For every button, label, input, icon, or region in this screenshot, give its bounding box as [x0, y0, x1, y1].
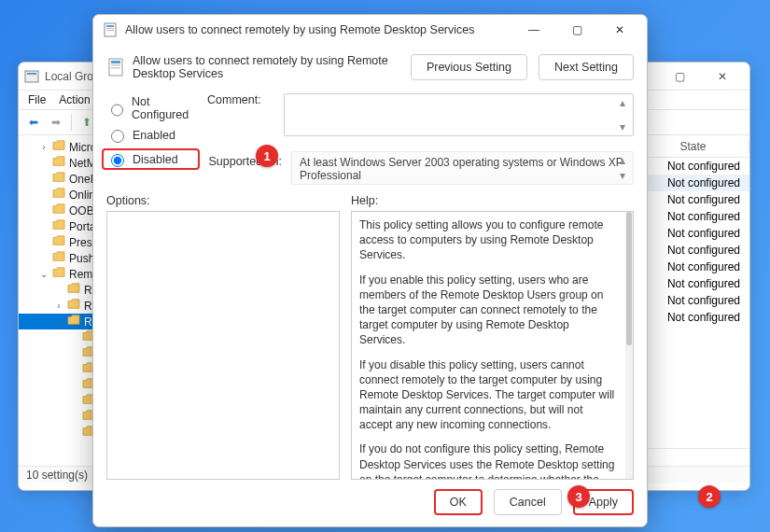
supported-scroll-icon: ▴▾	[620, 154, 629, 182]
comment-scroll-icon: ▴▾	[620, 96, 629, 133]
tree-twisty-icon[interactable]: ⌄	[54, 316, 63, 327]
dialog-minimize-button[interactable]: —	[512, 15, 555, 45]
options-label: Options:	[106, 194, 340, 207]
policy-icon	[103, 22, 118, 37]
annotation-badge-1: 1	[256, 145, 278, 167]
radio-disabled[interactable]: Disabled	[102, 148, 200, 170]
comment-textarea[interactable]: ▴▾	[284, 93, 634, 136]
setting-state-value: Not configured	[667, 311, 740, 324]
setting-state-value: Not configured	[667, 160, 740, 173]
folder-icon	[67, 283, 80, 297]
dialog-titlebar: Allow users to connect remotely by using…	[93, 15, 647, 45]
ok-button[interactable]: OK	[434, 489, 483, 515]
menu-file[interactable]: File	[28, 93, 46, 106]
folder-icon	[52, 203, 65, 217]
supported-on-value: At least Windows Server 2003 operating s…	[291, 151, 634, 185]
dialog-maximize-button[interactable]: ▢	[555, 15, 598, 45]
next-setting-button[interactable]: Next Setting	[539, 54, 634, 80]
tree-twisty-icon[interactable]: ⌄	[39, 269, 49, 279]
setting-state-value: Not configured	[667, 260, 740, 273]
radio-disabled-input[interactable]	[111, 154, 124, 167]
help-label: Help:	[351, 194, 634, 207]
bg-close-button[interactable]: ✕	[701, 63, 744, 91]
comment-label: Comment:	[207, 93, 273, 106]
svg-rect-8	[111, 64, 120, 66]
folder-icon	[52, 140, 65, 154]
setting-state-value: Not configured	[667, 193, 740, 206]
help-paragraph: This policy setting allows you to config…	[359, 217, 616, 263]
col-state[interactable]: State	[637, 140, 749, 153]
forward-icon[interactable]: ➡	[47, 113, 65, 132]
policy-icon	[106, 58, 125, 77]
help-scrollbar[interactable]	[625, 212, 633, 479]
tree-twisty-icon[interactable]: ›	[54, 301, 63, 311]
svg-rect-9	[111, 67, 120, 69]
radio-not-configured[interactable]: Not Configured	[106, 95, 200, 121]
svg-rect-4	[106, 28, 114, 29]
annotation-badge-3: 3	[567, 485, 590, 508]
app-icon	[24, 69, 39, 84]
back-icon[interactable]: ⬅	[24, 113, 43, 132]
tree-twisty-icon[interactable]: ›	[39, 142, 49, 152]
folder-icon	[52, 251, 65, 265]
cancel-button[interactable]: Cancel	[494, 489, 562, 515]
svg-rect-7	[111, 61, 120, 63]
setting-state-value: Not configured	[667, 277, 740, 290]
annotation-badge-2: 2	[698, 485, 721, 508]
help-paragraph: If you enable this policy setting, users…	[359, 273, 616, 348]
svg-rect-1	[27, 73, 36, 75]
setting-state-value: Not configured	[667, 294, 740, 307]
dialog-title: Allow users to connect remotely by using…	[125, 23, 512, 36]
help-paragraph: If you do not configure this policy sett…	[359, 441, 616, 480]
setting-state-value: Not configured	[667, 210, 740, 223]
radio-enabled-input[interactable]	[111, 130, 124, 143]
state-radio-group: Not Configured Enabled Disabled	[106, 93, 200, 170]
svg-rect-3	[106, 25, 114, 27]
folder-icon	[67, 299, 80, 313]
supported-on-text: At least Windows Server 2003 operating s…	[300, 156, 623, 182]
options-pane	[106, 211, 340, 480]
radio-disabled-label: Disabled	[133, 153, 178, 166]
policy-setting-dialog: Allow users to connect remotely by using…	[92, 14, 648, 527]
setting-state-value: Not configured	[667, 176, 740, 189]
svg-rect-0	[25, 71, 38, 82]
folder-icon	[67, 315, 80, 329]
radio-enabled-label: Enabled	[133, 129, 175, 142]
radio-not-configured-input[interactable]	[111, 104, 123, 117]
dialog-close-button[interactable]: ✕	[598, 15, 641, 45]
folder-icon	[52, 219, 65, 233]
help-pane[interactable]: This policy setting allows you to config…	[351, 211, 634, 480]
dialog-footer-buttons: OK Cancel Apply	[106, 480, 634, 517]
folder-icon	[52, 188, 65, 202]
menu-action[interactable]: Action	[59, 93, 90, 106]
folder-icon	[52, 235, 65, 249]
help-paragraph: If you disable this policy setting, user…	[359, 357, 616, 433]
setting-state-value: Not configured	[667, 227, 740, 240]
folder-icon	[52, 267, 65, 281]
setting-state-value: Not configured	[667, 244, 740, 257]
folder-icon	[52, 156, 65, 170]
previous-setting-button[interactable]: Previous Setting	[411, 54, 527, 80]
radio-enabled[interactable]: Enabled	[106, 127, 200, 143]
dialog-subheader-label: Allow users to connect remotely by using…	[133, 54, 403, 80]
folder-icon	[52, 172, 65, 186]
svg-rect-5	[106, 30, 114, 31]
dialog-subheader: Allow users to connect remotely by using…	[106, 49, 634, 90]
radio-not-configured-label: Not Configured	[132, 95, 200, 121]
bg-maximize-button[interactable]: ▢	[658, 63, 701, 91]
